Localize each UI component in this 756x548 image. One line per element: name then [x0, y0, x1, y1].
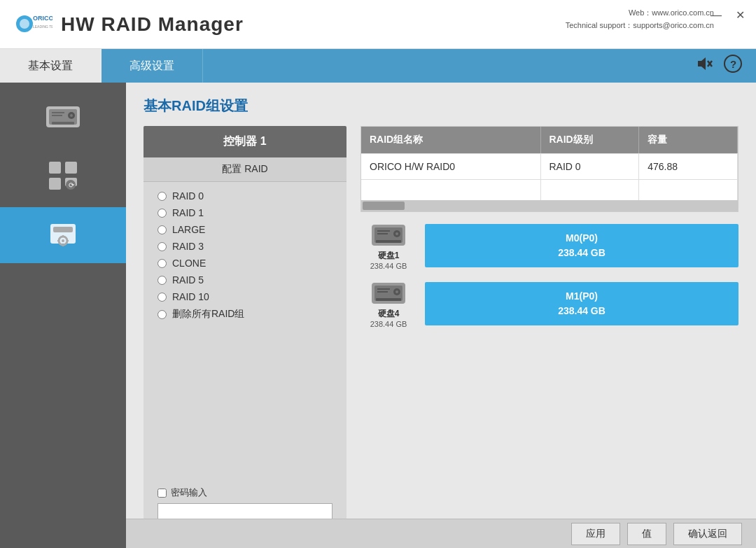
sidebar-item-disk[interactable]: [0, 90, 126, 144]
app-title: HW RAID Manager: [61, 13, 244, 36]
disk-icon-area-0: 硬盘1 238.44 GB: [360, 220, 416, 270]
row-capacity: 476.88: [639, 154, 738, 179]
radio-raid3[interactable]: RAID 3: [158, 241, 332, 252]
radio-raid10[interactable]: RAID 10: [158, 291, 332, 302]
disk-icon-area-1: 硬盘4 238.44 GB: [360, 279, 416, 328]
svg-rect-32: [376, 240, 401, 243]
help-icon: ?: [724, 55, 742, 73]
content-title: 基本RAID组设置: [144, 97, 738, 115]
orico-logo: ORICO® LEADING TECHNOLOGY: [14, 8, 52, 40]
logo-area: ORICO® LEADING TECHNOLOGY HW RAID Manage…: [14, 8, 244, 40]
right-panel: RAID组名称 RAID级别 容量 ORICO H/W RAID0 RAID 0…: [360, 126, 738, 534]
bottom-bar: 应用 值 确认返回: [126, 519, 756, 548]
tab-advanced[interactable]: 高级设置: [102, 49, 203, 83]
tab-basic[interactable]: 基本设置: [0, 49, 102, 83]
content-body: 控制器 1 配置 RAID RAID 0 RAID 1 LARGE: [144, 126, 738, 534]
disk-bar-size-0: 238.44 GB: [436, 246, 727, 260]
content-area: 基本RAID组设置 控制器 1 配置 RAID RAID 0 RAID 1: [126, 83, 756, 548]
web-url: Web：www.orico.com.cn: [566, 7, 714, 20]
svg-rect-23: [53, 227, 73, 232]
sidebar: ⟳: [0, 83, 126, 548]
svg-marker-4: [698, 57, 706, 70]
grid-icon: ⟳: [48, 160, 78, 191]
svg-text:⟳: ⟳: [69, 181, 75, 189]
disk-label-0: 硬盘1: [378, 250, 400, 262]
svg-text:LEADING TECHNOLOGY: LEADING TECHNOLOGY: [33, 24, 52, 29]
radio-delete-all[interactable]: 删除所有RAID组: [158, 308, 332, 321]
tab-spacer: [203, 49, 694, 83]
disk-bar-0: M0(P0) 238.44 GB: [425, 224, 738, 267]
svg-rect-18: [49, 178, 61, 190]
empty-row: [361, 179, 738, 200]
close-button[interactable]: ✕: [732, 7, 749, 23]
disk-row-1: 硬盘4 238.44 GB M1(P0) 238.44 GB: [360, 279, 738, 328]
row-name: ORICO H/W RAID0: [361, 154, 541, 179]
svg-rect-17: [65, 162, 77, 174]
minimize-button[interactable]: —: [706, 7, 726, 23]
password-checkbox-row[interactable]: 密码输入: [158, 486, 332, 499]
tab-bar: 基本设置 高级设置 ?: [0, 49, 756, 83]
disk-bar-label-1: M1(P0): [436, 289, 727, 304]
mute-icon: [694, 55, 713, 73]
svg-text:ORICO®: ORICO®: [33, 15, 52, 22]
password-label: 密码输入: [171, 486, 207, 499]
disk-row-0: 硬盘1 238.44 GB M0(P0) 238.44 GB: [360, 220, 738, 270]
header-name: RAID组名称: [361, 127, 541, 153]
radio-raid0[interactable]: RAID 0: [158, 190, 332, 202]
table-row[interactable]: ORICO H/W RAID0 RAID 0 476.88: [361, 153, 738, 179]
disk-size-0: 238.44 GB: [370, 262, 407, 270]
svg-point-13: [70, 114, 73, 117]
password-checkbox[interactable]: [158, 489, 167, 498]
header-capacity: 容量: [639, 127, 738, 153]
disk-bar-1: M1(P0) 238.44 GB: [425, 282, 738, 325]
disk-section: 硬盘1 238.44 GB M0(P0) 238.44 GB: [360, 220, 738, 328]
mute-button[interactable]: [694, 55, 713, 77]
support-email: Technical support：supports@orico.com.cn: [566, 20, 714, 32]
disk-size-1: 238.44 GB: [370, 320, 407, 328]
main-layout: ⟳ 基本RAID组设置 控制器 1 配置 RAI: [0, 83, 756, 548]
help-button[interactable]: ?: [724, 55, 742, 77]
svg-rect-16: [49, 162, 61, 174]
config-label: 配置 RAID: [144, 157, 346, 182]
sidebar-item-settings[interactable]: [0, 207, 126, 263]
svg-point-25: [62, 239, 64, 242]
disk-label-1: 硬盘4: [378, 308, 400, 320]
disk-bar-label-0: M0(P0): [436, 231, 727, 246]
svg-point-1: [20, 19, 29, 29]
disk-bar-size-1: 238.44 GB: [436, 304, 727, 318]
title-bar: ORICO® LEADING TECHNOLOGY HW RAID Manage…: [0, 0, 756, 49]
table-scrollbar[interactable]: [361, 200, 738, 211]
controller-header: 控制器 1: [144, 126, 346, 157]
svg-rect-39: [376, 298, 401, 301]
scrollbar-thumb[interactable]: [363, 202, 405, 210]
svg-point-34: [396, 232, 398, 235]
raid-table: RAID组名称 RAID级别 容量 ORICO H/W RAID0 RAID 0…: [360, 126, 738, 212]
radio-options: RAID 0 RAID 1 LARGE RAID 3: [144, 182, 346, 478]
apply-button[interactable]: 应用: [571, 523, 620, 545]
support-info: Web：www.orico.com.cn Technical support：s…: [566, 7, 714, 31]
svg-rect-11: [52, 122, 74, 125]
hdd-icon-0: [370, 220, 407, 250]
confirm-button[interactable]: 确认返回: [673, 523, 742, 545]
tab-icon-area: ?: [694, 49, 756, 83]
row-level: RAID 0: [541, 154, 640, 179]
radio-large[interactable]: LARGE: [158, 224, 332, 235]
hdd-icon-1: [370, 279, 407, 308]
radio-raid1[interactable]: RAID 1: [158, 207, 332, 218]
raid-table-header: RAID组名称 RAID级别 容量: [361, 127, 738, 153]
radio-clone[interactable]: CLONE: [158, 258, 332, 269]
value-button[interactable]: 值: [627, 523, 666, 545]
svg-text:?: ?: [730, 58, 736, 70]
left-panel: 控制器 1 配置 RAID RAID 0 RAID 1 LARGE: [144, 126, 346, 534]
settings-icon: [48, 220, 78, 251]
sidebar-item-grid[interactable]: ⟳: [0, 148, 126, 204]
header-level: RAID级别: [541, 127, 640, 153]
radio-raid5[interactable]: RAID 5: [158, 274, 332, 286]
window-controls[interactable]: — ✕: [706, 7, 749, 23]
disk-icon: [45, 102, 81, 132]
svg-point-41: [396, 290, 398, 293]
